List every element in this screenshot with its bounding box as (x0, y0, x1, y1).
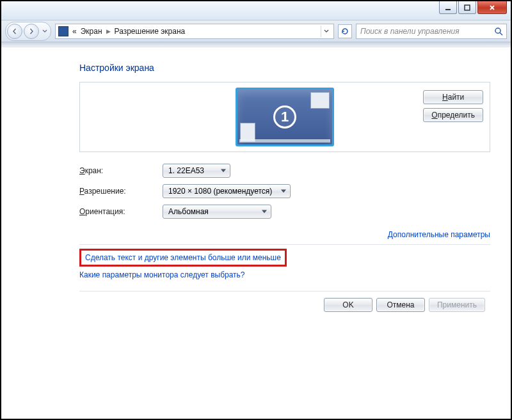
breadcrumb-item[interactable]: Разрешение экрана (115, 27, 186, 36)
refresh-icon (340, 27, 349, 36)
close-icon (488, 4, 496, 12)
mini-taskbar-icon (239, 139, 330, 143)
toolbar-shadow (1, 42, 511, 47)
nav-history (5, 22, 51, 41)
chevron-down-icon (221, 169, 226, 173)
window-titlebar (1, 1, 511, 20)
monitor-number: 1 (273, 105, 296, 128)
text-size-link[interactable]: Сделать текст и другие элементы больше и… (85, 253, 281, 262)
chevron-down-icon (42, 29, 47, 34)
minimize-icon (444, 4, 452, 12)
control-panel-icon (58, 26, 68, 36)
search-icon (493, 26, 504, 38)
search-placeholder: Поиск в панели управления (360, 27, 460, 36)
chevron-down-icon (281, 190, 286, 193)
breadcrumb: « Экран ▶ Разрешение экрана (72, 27, 185, 36)
orientation-label: Ориентация: (79, 207, 163, 216)
forward-button[interactable] (24, 24, 39, 39)
svg-rect-1 (465, 5, 470, 10)
address-bar: « Экран ▶ Разрешение экрана Поиск в пане… (1, 20, 511, 42)
monitor-thumbnail[interactable]: 1 (236, 88, 334, 146)
mini-window-icon (310, 92, 330, 109)
svg-rect-0 (445, 9, 451, 10)
back-button[interactable] (7, 24, 22, 39)
identify-button[interactable]: Определить (423, 108, 483, 122)
orientation-value: Альбомная (168, 207, 209, 216)
resolution-row: Разрешение: 1920 × 1080 (рекомендуется) (79, 184, 490, 198)
chevron-down-icon (262, 210, 267, 214)
chevron-right-icon: ▶ (106, 28, 111, 35)
close-button[interactable] (477, 1, 507, 14)
find-button[interactable]: Найти (423, 90, 483, 104)
settings-form: Экран: 1. 22EA53 Разрешение: 1920 × 1080… (79, 164, 490, 219)
ok-button[interactable]: OK (324, 298, 372, 312)
screen-label: Экран: (79, 166, 163, 175)
resolution-label: Разрешение: (79, 187, 163, 196)
breadcrumb-prefix: « (72, 27, 77, 36)
resolution-select[interactable]: 1920 × 1080 (рекомендуется) (163, 184, 291, 198)
screen-row: Экран: 1. 22EA53 (79, 164, 490, 178)
screen-value: 1. 22EA53 (168, 166, 204, 175)
page-title: Настройки экрана (79, 63, 490, 73)
refresh-button[interactable] (338, 24, 352, 38)
orientation-select[interactable]: Альбомная (163, 205, 271, 219)
help-link[interactable]: Какие параметры монитора следует выбрать… (79, 270, 245, 279)
breadcrumb-item[interactable]: Экран (81, 27, 102, 36)
cancel-button[interactable]: Отмена (376, 298, 425, 312)
history-dropdown[interactable] (40, 29, 49, 34)
chevron-down-icon (324, 29, 329, 34)
maximize-button[interactable] (458, 1, 476, 14)
search-input[interactable]: Поиск в панели управления (356, 24, 507, 39)
orientation-row: Ориентация: Альбомная (79, 205, 490, 219)
arrow-left-icon (12, 28, 18, 35)
content-area: Настройки экрана 1 Найти Определить Экра… (1, 47, 511, 419)
advanced-settings-link[interactable]: Дополнительные параметры (388, 230, 490, 239)
breadcrumb-bar[interactable]: « Экран ▶ Разрешение экрана (55, 24, 334, 39)
apply-button[interactable]: Применить (429, 298, 485, 312)
svg-point-2 (495, 28, 500, 33)
monitor-preview-box: 1 Найти Определить (79, 82, 490, 152)
address-dropdown[interactable] (321, 26, 331, 37)
dialog-footer: OK Отмена Применить (79, 292, 490, 318)
maximize-icon (463, 4, 471, 12)
arrow-right-icon (28, 28, 35, 35)
minimize-button[interactable] (439, 1, 457, 14)
resolution-value: 1920 × 1080 (рекомендуется) (168, 187, 272, 196)
screen-select[interactable]: 1. 22EA53 (163, 164, 230, 178)
highlight-box: Сделать текст и другие элементы больше и… (79, 249, 287, 267)
